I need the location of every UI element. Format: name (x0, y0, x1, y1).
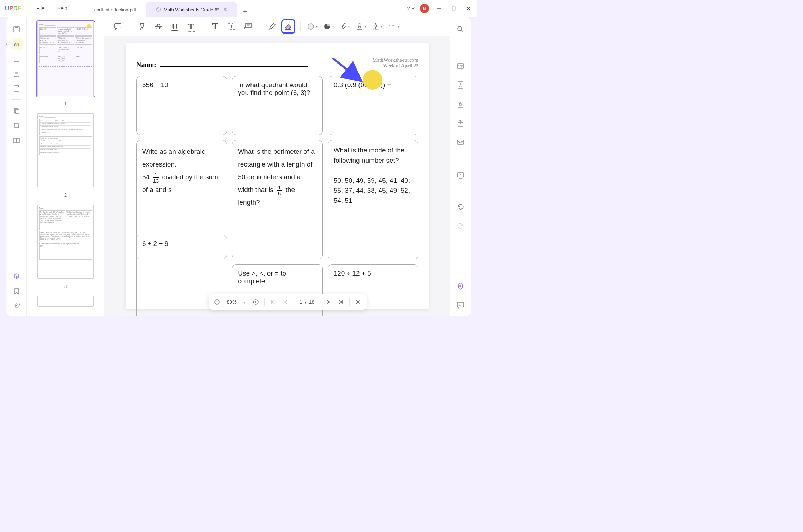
menu-help[interactable]: Help (51, 6, 74, 11)
squiggly-tool[interactable]: T (184, 19, 198, 34)
tab-label: updf-introduction-pdf (94, 7, 136, 12)
outline-icon[interactable] (11, 53, 23, 65)
callout-tool[interactable] (241, 19, 255, 34)
pencil-tool[interactable] (265, 19, 279, 34)
svg-line-53 (332, 58, 361, 81)
add-tab-button[interactable]: + (240, 7, 250, 17)
prev-page-button[interactable] (280, 296, 291, 308)
search-icon[interactable] (454, 23, 466, 35)
pdf-page: Name: MathWorksheets.com Week of April 2… (126, 43, 429, 309)
ruler-tool[interactable]: ▼ (387, 19, 401, 34)
next-page-button[interactable] (322, 296, 334, 308)
avatar[interactable]: B (420, 4, 429, 13)
svg-point-32 (358, 24, 361, 26)
chat-icon[interactable] (454, 299, 466, 311)
ai-icon[interactable] (454, 280, 466, 292)
divider (264, 298, 265, 306)
svg-rect-20 (17, 138, 19, 143)
page-indicator[interactable]: 1 / 18 (293, 299, 321, 305)
thumbnail-3[interactable]: Name: ___________ Jim Gavin made 2/5 of … (37, 205, 94, 279)
name-label: Name: (136, 61, 156, 69)
share-icon[interactable] (454, 117, 466, 129)
thumbnail-4[interactable] (37, 296, 94, 307)
signature-tool[interactable]: ▼ (370, 19, 385, 34)
undo-icon[interactable] (454, 200, 466, 212)
menu-file[interactable]: File (30, 6, 51, 11)
zoom-out-button[interactable] (211, 296, 223, 308)
name-field: Name: (136, 61, 308, 69)
page-navigation: 89% ▼ 1 / 18 (209, 294, 367, 310)
close-nav-button[interactable] (352, 296, 364, 308)
divider (260, 22, 260, 31)
bookmark-icon[interactable] (11, 285, 23, 297)
left-rail (6, 17, 27, 316)
textbox-tool[interactable]: T (224, 19, 239, 34)
close-icon[interactable]: ✕ (223, 7, 227, 12)
question-box: 556 ÷ 10 (136, 76, 227, 135)
window-close-button[interactable] (464, 4, 473, 13)
redo-icon[interactable] (454, 219, 466, 231)
shape-tool[interactable]: ▼ (322, 19, 336, 34)
present-icon[interactable] (454, 169, 466, 181)
source-label: MathWorksheets.com (372, 57, 418, 63)
organize-icon[interactable] (11, 105, 23, 117)
attach-tool[interactable]: ▼ (338, 19, 352, 34)
text-tool[interactable]: T (208, 19, 222, 34)
comments-icon[interactable] (11, 83, 23, 95)
comment-tool[interactable] (111, 19, 125, 34)
underline-tool[interactable]: U (168, 19, 182, 34)
tab-label: Math Worksheets Grade 6* (164, 7, 219, 12)
question-box: In what quadrant would you find the poin… (232, 76, 322, 135)
tab-updf-intro[interactable]: updf-introduction-pdf (84, 2, 146, 17)
svg-rect-3 (452, 7, 455, 10)
svg-line-39 (461, 30, 463, 32)
first-page-button[interactable] (267, 296, 279, 308)
thumbnail-1-num: 1 (64, 101, 67, 106)
strikethrough-tool[interactable]: S (151, 19, 165, 34)
maximize-button[interactable] (449, 4, 459, 13)
svg-rect-44 (459, 104, 461, 105)
email-icon[interactable] (454, 136, 466, 148)
minimize-button[interactable] (434, 4, 444, 13)
thumbnail-1[interactable]: Name: ___________ 556÷10In what quadrant… (37, 22, 94, 96)
zoom-level[interactable]: 89% ▼ (224, 299, 249, 305)
thumbnail-panel[interactable]: Name: ___________ 556÷10In what quadrant… (27, 17, 104, 316)
thumbnails-icon[interactable] (11, 23, 23, 35)
crop-icon[interactable] (11, 120, 23, 132)
svg-rect-26 (246, 23, 251, 28)
convert-icon[interactable] (454, 79, 466, 91)
protect-icon[interactable] (454, 98, 466, 110)
week-label: Week of April 22 (372, 63, 418, 69)
tab-math-worksheets[interactable]: Math Worksheets Grade 6* ✕ (146, 2, 237, 17)
question-box: What is the mode of the following number… (328, 140, 418, 259)
main-area: Name: ___________ 556÷10In what quadrant… (6, 17, 471, 316)
last-page-button[interactable] (335, 296, 346, 308)
svg-rect-18 (16, 109, 19, 114)
compare-icon[interactable] (11, 134, 23, 146)
tabs: updf-introduction-pdf Math Worksheets Gr… (84, 0, 250, 17)
thumbnail-2[interactable]: Name: ___________ ✎ Start with the numbe… (37, 113, 94, 187)
ocr-icon[interactable]: OCR (454, 60, 466, 72)
layers-icon[interactable] (11, 270, 23, 282)
notification-badge[interactable]: 2 (407, 6, 415, 11)
circle-tool[interactable]: ▼ (306, 19, 320, 34)
bookmarks-list-icon[interactable] (11, 68, 23, 80)
divider (203, 22, 203, 31)
question-box: What is the perimeter of a rectangle wit… (232, 140, 322, 259)
current-page: 1 (300, 299, 302, 305)
document-scroll[interactable]: Name: MathWorksheets.com Week of April 2… (104, 36, 450, 316)
annotation-toolbar: S U T T T ▼ ▼ ▼ ▼ ▼ ▼ (104, 17, 450, 36)
highlight-tool[interactable] (135, 19, 149, 34)
zoom-in-button[interactable] (250, 296, 261, 308)
svg-rect-43 (458, 101, 463, 107)
divider (12, 99, 21, 100)
eraser-tool[interactable] (281, 19, 295, 34)
annotate-icon[interactable] (11, 38, 23, 50)
svg-rect-7 (15, 27, 18, 28)
divider (130, 22, 130, 31)
titlebar-right: 2 B (407, 4, 473, 13)
svg-rect-33 (388, 25, 396, 28)
stamp-tool[interactable]: ▼ (354, 19, 368, 34)
svg-point-30 (308, 24, 314, 29)
attachment-icon[interactable] (11, 300, 23, 312)
